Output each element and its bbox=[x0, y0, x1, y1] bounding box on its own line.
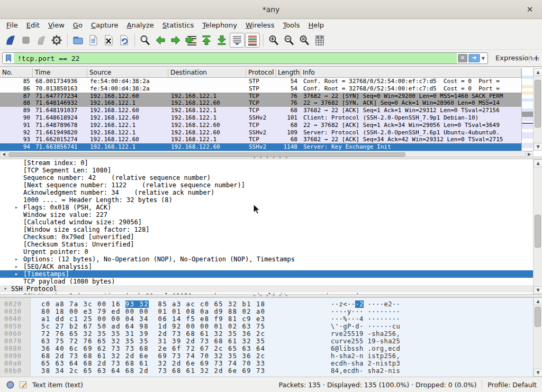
stop-capture-icon[interactable] bbox=[19, 33, 33, 48]
hex-row-00b0[interactable]: 00b038 34 2c 65 63 64 68 2d 73 68 61 32 … bbox=[0, 367, 542, 375]
scroll-up-arrow-icon[interactable]: ▲ bbox=[534, 68, 542, 76]
go-previous-packet-icon[interactable] bbox=[153, 33, 168, 48]
resize-columns-icon[interactable] bbox=[312, 33, 327, 48]
go-last-packet-icon[interactable] bbox=[214, 33, 229, 48]
packet-row-85[interactable]: 8568.001734936fe:54:00:d4:38:2aSTP54Conf… bbox=[0, 78, 521, 85]
go-to-packet-icon[interactable] bbox=[184, 33, 198, 48]
hex-row-0090[interactable]: 009068 2d 73 68 61 32 2d 6e 69 73 74 70 … bbox=[0, 352, 542, 360]
menu-view[interactable]: View bbox=[44, 20, 69, 30]
collapsed-arrow-icon[interactable]: ▸ bbox=[15, 270, 18, 278]
display-filter-input[interactable] bbox=[14, 53, 457, 63]
hex-row-0020[interactable]: 0020c0 a8 7a 3c 00 16 93 32 85 a3 ac c0 … bbox=[0, 300, 542, 308]
menu-go[interactable]: Go bbox=[69, 20, 87, 30]
column-header-destination[interactable]: Destination bbox=[168, 68, 246, 77]
expert-info-icon[interactable] bbox=[6, 381, 14, 389]
expanded-arrow-icon[interactable]: ▾ bbox=[4, 285, 7, 293]
add-filter-button-plus-icon[interactable]: + bbox=[533, 53, 540, 63]
packet-row-90[interactable]: 9071.648618924192.168.122.60192.168.122.… bbox=[0, 114, 521, 122]
filter-history-caret-icon[interactable]: ▼ bbox=[482, 56, 485, 61]
bytes-vscrollbar[interactable]: ▲ ▼ bbox=[533, 297, 542, 377]
packet-row-88[interactable]: 8871.648146932192.168.122.1192.168.122.6… bbox=[0, 99, 521, 107]
close-capture-file-icon[interactable] bbox=[101, 33, 116, 48]
collapsed-arrow-icon[interactable]: ▸ bbox=[15, 204, 18, 211]
profile-label[interactable]: Profile: Default bbox=[487, 381, 542, 389]
scrollbar-thumb[interactable] bbox=[535, 307, 541, 327]
menu-edit[interactable]: Edit bbox=[22, 20, 44, 30]
detail-row[interactable]: ▸Flags: 0x018 (PSH, ACK) bbox=[0, 204, 542, 211]
column-header-no[interactable]: No. bbox=[0, 68, 33, 77]
detail-row[interactable]: [Checksum Status: Unverified] bbox=[0, 241, 542, 248]
menu-capture[interactable]: Capture bbox=[87, 20, 123, 30]
menu-tools[interactable]: Tools bbox=[278, 20, 304, 30]
hex-row-0050[interactable]: 00505c 27 b2 67 50 ad 64 98 1d 92 00 00 … bbox=[0, 323, 542, 330]
capture-options-gear-icon[interactable] bbox=[49, 33, 64, 48]
find-packet-icon[interactable] bbox=[138, 33, 152, 48]
collapsed-arrow-icon[interactable]: ▸ bbox=[15, 256, 18, 263]
menu-telephony[interactable]: Telephony bbox=[198, 20, 241, 30]
scroll-down-arrow-icon[interactable]: ▼ bbox=[534, 143, 542, 151]
menu-help[interactable]: Help bbox=[304, 20, 328, 30]
hex-row-0080[interactable]: 008036 40 6c 69 62 73 73 68 2e 6f 72 67 … bbox=[0, 345, 542, 352]
packet-row-93[interactable]: 9371.662015274192.168.122.60192.168.122.… bbox=[0, 136, 521, 143]
restart-capture-icon[interactable] bbox=[34, 33, 49, 48]
column-header-protocol[interactable]: Protocol bbox=[246, 68, 276, 77]
go-next-packet-icon[interactable] bbox=[168, 33, 183, 48]
scrollbar-thumb[interactable] bbox=[535, 215, 541, 248]
packet-row-87[interactable]: 8771.647777234192.168.122.60192.168.122.… bbox=[0, 93, 521, 100]
hex-row-0040[interactable]: 0040a1 dd c1 25 00 00 04 34 06 14 f5 e8 … bbox=[0, 315, 542, 323]
close-window-icon[interactable]: ✕ bbox=[524, 4, 536, 15]
scrollbar-thumb[interactable] bbox=[8, 152, 405, 157]
scroll-down-arrow-icon[interactable]: ▼ bbox=[534, 286, 542, 294]
hex-row-0060[interactable]: 006072 76 65 32 35 35 31 39 2d 73 68 61 … bbox=[0, 330, 542, 338]
scrollbar-thumb[interactable] bbox=[535, 80, 541, 127]
filter-bookmark-icon[interactable] bbox=[3, 53, 14, 63]
zoom-in-icon[interactable] bbox=[266, 33, 281, 48]
auto-scroll-icon[interactable] bbox=[230, 33, 245, 48]
detail-row[interactable]: 1000 .... = Header Length: 32 bytes (8) bbox=[0, 196, 542, 204]
column-header-info[interactable]: Info bbox=[301, 68, 521, 77]
packet-row-92[interactable]: 9271.661949820192.168.122.1192.168.122.6… bbox=[0, 129, 521, 136]
detail-row[interactable]: ▸[Timestamps] bbox=[0, 270, 542, 278]
capture-comment-icon[interactable] bbox=[19, 380, 28, 389]
open-capture-file-icon[interactable] bbox=[70, 33, 85, 48]
scroll-up-arrow-icon[interactable]: ▲ bbox=[534, 159, 542, 167]
packet-list-vscrollbar[interactable]: ▲ ▼ bbox=[533, 68, 542, 151]
hex-row-00a0[interactable]: 00a065 63 64 68 2d 73 68 61 32 2d 6e 69 … bbox=[0, 360, 542, 367]
colorize-packets-icon[interactable] bbox=[245, 33, 260, 48]
packet-row-89[interactable]: 8971.648191037192.168.122.60192.168.122.… bbox=[0, 107, 521, 114]
details-vscrollbar[interactable]: ▲ ▼ bbox=[533, 159, 542, 294]
column-header-source[interactable]: Source bbox=[87, 68, 168, 77]
detail-row[interactable]: [Calculated window size: 29056] bbox=[0, 218, 542, 226]
titlebar[interactable]: *any ✕ bbox=[0, 0, 542, 19]
detail-row[interactable]: Sequence number: 42 (relative sequence n… bbox=[0, 174, 542, 181]
menu-file[interactable]: File bbox=[2, 20, 22, 30]
detail-row[interactable]: ▸Options: (12 bytes), No-Operation (NOP)… bbox=[0, 256, 542, 263]
zoom-out-icon[interactable] bbox=[282, 33, 296, 48]
column-header-length[interactable]: Length bbox=[276, 68, 301, 77]
detail-row[interactable]: TCP payload (1080 bytes) bbox=[0, 278, 542, 285]
filter-clear-icon[interactable]: ✕ bbox=[458, 54, 467, 62]
reload-capture-file-icon[interactable] bbox=[116, 33, 131, 48]
detail-row[interactable]: [Stream index: 0] bbox=[0, 159, 542, 167]
column-header-time[interactable]: Time bbox=[33, 68, 87, 77]
go-first-packet-icon[interactable] bbox=[199, 33, 214, 48]
detail-row[interactable]: Window size value: 227 bbox=[0, 211, 542, 218]
filter-apply-icon[interactable]: ➜ bbox=[468, 54, 480, 62]
packet-row-94[interactable]: 9471.663856741192.168.122.1192.168.122.6… bbox=[0, 143, 521, 151]
menu-statistics[interactable]: Statistics bbox=[158, 20, 198, 30]
packet-row-86[interactable]: 8670.013850163fe:54:00:d4:38:2aSTP54Conf… bbox=[0, 85, 521, 93]
intelligent-scrollbar-minimap[interactable] bbox=[521, 68, 533, 151]
display-filter-field[interactable]: ✕ ➜ ▼ bbox=[2, 52, 488, 64]
detail-row[interactable]: Urgent pointer: 0 bbox=[0, 248, 542, 256]
detail-row[interactable]: Acknowledgment number: 34 (relative ack … bbox=[0, 189, 542, 196]
hex-row-0030[interactable]: 003080 18 00 e3 79 ed 00 00 01 01 08 0a … bbox=[0, 308, 542, 315]
scroll-down-arrow-icon[interactable]: ▼ bbox=[534, 369, 542, 377]
hex-row-0070[interactable]: 007063 75 72 76 65 32 35 35 31 39 2d 73 … bbox=[0, 338, 542, 345]
collapsed-arrow-icon[interactable]: ▸ bbox=[15, 263, 18, 270]
packet-row-91[interactable]: 9171.648789678192.168.122.1192.168.122.6… bbox=[0, 122, 521, 129]
scroll-up-arrow-icon[interactable]: ▲ bbox=[534, 297, 542, 305]
detail-row[interactable]: [Next sequence number: 1122 (relative se… bbox=[0, 181, 542, 189]
detail-row[interactable]: ▾SSH Protocol bbox=[0, 285, 542, 293]
detail-row[interactable]: [Window size scaling factor: 128] bbox=[0, 226, 542, 233]
save-capture-file-icon[interactable] bbox=[86, 33, 101, 48]
